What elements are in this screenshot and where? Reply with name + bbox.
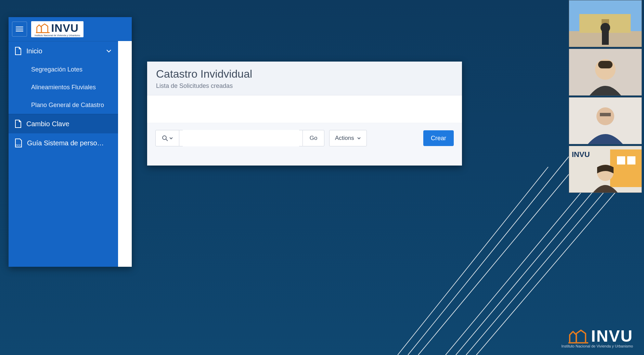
- sidebar-item-guia-sistema[interactable]: DOC Guía Sistema de person…: [9, 133, 118, 153]
- brand-icon: [36, 23, 50, 33]
- page-icon: [15, 47, 22, 55]
- svg-line-13: [166, 139, 168, 141]
- app-window: INVU Instituto Nacional de Vivienda y Ur…: [9, 17, 132, 267]
- search-icon: [162, 135, 168, 141]
- participant-video-icon: [569, 97, 642, 144]
- menu-toggle-button[interactable]: [12, 22, 27, 37]
- sidebar-item-label: Cambio Clave: [26, 120, 69, 128]
- search-input-group: Go: [155, 130, 324, 146]
- svg-rect-8: [16, 29, 23, 29]
- svg-rect-27: [610, 149, 642, 187]
- card-toolbar: Go Actions Crear: [147, 123, 462, 166]
- sidebar-subitem-label: Plano General de Catastro: [31, 102, 104, 109]
- brand-name: INVU: [51, 23, 78, 34]
- search-scope-button[interactable]: [155, 130, 179, 146]
- chevron-down-icon: [106, 48, 112, 54]
- go-button[interactable]: Go: [302, 130, 324, 146]
- brand-icon: [568, 329, 588, 344]
- svg-rect-19: [602, 31, 609, 45]
- svg-rect-22: [598, 61, 613, 68]
- footer-brand-name: INVU: [591, 327, 633, 345]
- svg-point-18: [601, 23, 610, 32]
- participant-video-icon: [569, 0, 642, 47]
- svg-line-4: [418, 150, 589, 355]
- participant-video-icon: [569, 49, 642, 95]
- actions-label: Actions: [335, 135, 354, 142]
- footer-brand-tagline: Instituto Nacional de Vivienda y Urbanis…: [561, 344, 633, 348]
- svg-rect-7: [16, 27, 23, 27]
- go-label: Go: [310, 135, 318, 142]
- chevron-down-icon: [357, 136, 361, 140]
- svg-text:DOC: DOC: [16, 144, 21, 146]
- hamburger-icon: [16, 25, 23, 33]
- participant-thumb-4[interactable]: INVU: [569, 146, 642, 193]
- participant-thumb-1[interactable]: [569, 0, 642, 47]
- svg-line-5: [408, 157, 569, 355]
- app-topbar: INVU Instituto Nacional de Vivienda y Ur…: [9, 17, 132, 41]
- svg-rect-29: [627, 156, 635, 165]
- card-header: Catastro Invidvidual Lista de Solicitude…: [147, 62, 462, 95]
- svg-point-12: [163, 136, 166, 140]
- participant-thumb-2[interactable]: [569, 49, 642, 96]
- search-input[interactable]: [183, 130, 299, 146]
- sidebar-subitem-plano-general-catastro[interactable]: Plano General de Catastro: [9, 96, 118, 114]
- chevron-down-icon: [169, 136, 173, 140]
- content-card: Catastro Invidvidual Lista de Solicitude…: [147, 62, 462, 166]
- card-spacer: [147, 95, 462, 123]
- sidebar-subitem-label: Alineamientos Fluviales: [31, 84, 96, 91]
- participant-thumbnails: INVU: [569, 0, 641, 193]
- create-label: Crear: [431, 135, 446, 142]
- participant-video-icon: INVU: [569, 146, 642, 193]
- svg-rect-9: [16, 31, 23, 31]
- sidebar-item-label: Inicio: [26, 47, 42, 55]
- doc-icon: DOC: [15, 139, 22, 147]
- svg-line-6: [398, 167, 548, 355]
- page-subtitle: Lista de Solicitudes creadas: [156, 82, 453, 90]
- page-icon: [15, 120, 22, 128]
- svg-rect-25: [600, 113, 611, 116]
- brand-tagline: Instituto Nacional de Vivienda y Urbanis…: [35, 34, 80, 37]
- sidebar-subitem-segregacion-lotes[interactable]: Segregación Lotes: [9, 61, 118, 78]
- actions-button[interactable]: Actions: [329, 130, 367, 146]
- sidebar-item-inicio[interactable]: Inicio: [9, 41, 118, 61]
- search-input-wrapper: [179, 130, 302, 146]
- sidebar-subitem-alineamientos-fluviales[interactable]: Alineamientos Fluviales: [9, 78, 118, 96]
- page-title: Catastro Invidvidual: [156, 68, 453, 80]
- svg-rect-28: [617, 156, 625, 165]
- brand-logo: INVU Instituto Nacional de Vivienda y Ur…: [31, 21, 83, 37]
- sidebar: Inicio Segregación Lotes Alineamientos F…: [9, 41, 118, 267]
- sidebar-subitem-label: Segregación Lotes: [31, 66, 82, 73]
- participant-thumb-3[interactable]: [569, 97, 642, 144]
- sidebar-item-cambio-clave[interactable]: Cambio Clave: [9, 114, 118, 133]
- create-button[interactable]: Crear: [423, 130, 454, 146]
- svg-text:INVU: INVU: [572, 150, 590, 159]
- footer-brand: INVU Instituto Nacional de Vivienda y Ur…: [561, 327, 633, 348]
- sidebar-item-label: Guía Sistema de person…: [27, 139, 106, 147]
